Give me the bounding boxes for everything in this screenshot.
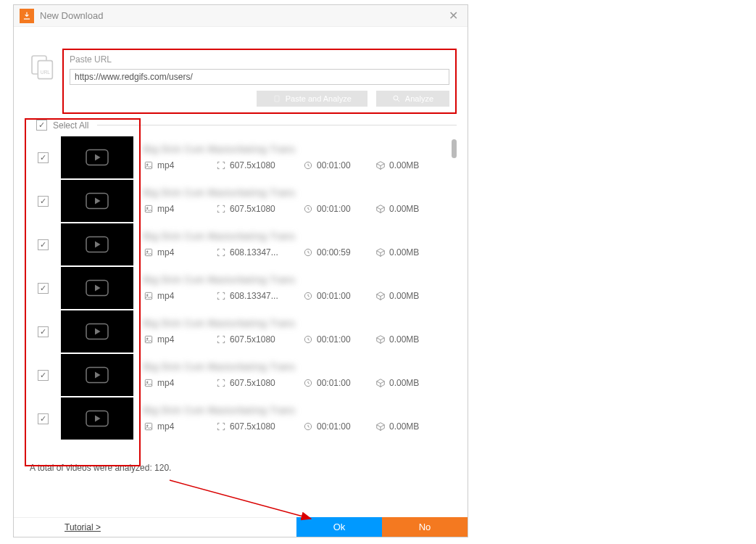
select-all-label: Select All [53, 120, 88, 131]
url-input[interactable] [70, 69, 449, 85]
format-label: mp4 [144, 247, 202, 257]
item-checkbox[interactable] [38, 196, 49, 207]
svg-line-42 [170, 480, 311, 519]
svg-rect-28 [145, 336, 151, 342]
svg-point-39 [146, 425, 148, 426]
window-title: New Download [40, 10, 444, 21]
video-thumbnail[interactable] [61, 136, 133, 178]
format-label: mp4 [144, 204, 202, 214]
svg-rect-23 [145, 292, 151, 299]
filesize-label: 0.00MB [375, 204, 433, 214]
filesize-label: 0.00MB [375, 160, 433, 170]
close-icon[interactable]: ✕ [444, 7, 462, 25]
app-download-icon [20, 9, 34, 23]
video-item: Big Dick Cum Masturbating Transmp4607.5x… [25, 397, 449, 440]
item-checkbox[interactable] [38, 370, 49, 381]
svg-point-29 [146, 338, 148, 339]
resolution-label: 608.13347... [216, 247, 288, 257]
item-checkbox[interactable] [38, 413, 49, 424]
resolution-label: 608.13347... [216, 291, 288, 301]
video-item: Big Dick Cum Masturbating Transmp4608.13… [25, 223, 449, 265]
video-title: Big Dick Cum Masturbating Trans [144, 405, 449, 416]
filesize-label: 0.00MB [375, 291, 433, 301]
svg-text:URL: URL [41, 70, 51, 75]
video-thumbnail[interactable] [61, 223, 133, 265]
svg-line-5 [397, 100, 399, 102]
analyze-button[interactable]: Analyze [376, 91, 449, 107]
filesize-label: 0.00MB [375, 378, 433, 388]
duration-label: 00:01:00 [303, 291, 361, 301]
video-title: Big Dick Cum Masturbating Trans [144, 231, 449, 242]
video-thumbnail[interactable] [61, 310, 133, 353]
video-title: Big Dick Cum Masturbating Trans [144, 362, 449, 372]
filesize-label: 0.00MB [375, 334, 433, 345]
item-checkbox[interactable] [38, 283, 49, 294]
video-item: Big Dick Cum Masturbating Transmp4607.5x… [25, 354, 449, 396]
video-thumbnail[interactable] [61, 354, 133, 396]
paste-url-icon: URL [25, 49, 61, 85]
resolution-label: 607.5x1080 [216, 334, 288, 345]
duration-label: 00:01:00 [303, 160, 361, 170]
video-thumbnail[interactable] [61, 397, 133, 440]
clipboard-icon [273, 94, 281, 103]
svg-marker-22 [95, 285, 101, 292]
resolution-label: 607.5x1080 [216, 378, 288, 388]
video-title: Big Dick Cum Masturbating Trans [144, 188, 449, 198]
svg-rect-33 [145, 379, 151, 386]
resolution-label: 607.5x1080 [216, 160, 288, 170]
video-item: Big Dick Cum Masturbating Transmp4608.13… [25, 267, 449, 309]
item-checkbox[interactable] [38, 239, 49, 250]
new-download-dialog: New Download ✕ URL Paste URL Paste and A… [13, 4, 468, 537]
item-checkbox[interactable] [38, 326, 49, 337]
filesize-label: 0.00MB [375, 247, 433, 257]
footer: Tutorial > Ok No [14, 517, 468, 537]
svg-marker-7 [95, 154, 101, 161]
duration-label: 00:01:00 [303, 334, 361, 345]
video-title: Big Dick Cum Masturbating Trans [144, 275, 449, 285]
format-label: mp4 [144, 378, 202, 388]
format-label: mp4 [144, 291, 202, 301]
svg-rect-8 [145, 162, 151, 168]
svg-rect-18 [145, 249, 151, 255]
select-all-checkbox[interactable] [36, 120, 47, 131]
video-item: Big Dick Cum Masturbating Transmp4607.5x… [25, 310, 449, 353]
resolution-label: 607.5x1080 [216, 204, 288, 214]
svg-marker-27 [95, 329, 101, 335]
url-legend: Paste URL [70, 54, 449, 65]
search-icon [392, 94, 401, 103]
paste-analyze-button[interactable]: Paste and Analyze [257, 91, 367, 107]
duration-label: 00:01:00 [303, 378, 361, 388]
svg-point-4 [394, 96, 398, 100]
scrollbar-thumb[interactable] [452, 139, 457, 158]
svg-marker-37 [95, 416, 101, 422]
no-button[interactable]: No [382, 517, 468, 537]
format-label: mp4 [144, 334, 202, 345]
titlebar: New Download ✕ [14, 5, 468, 27]
format-label: mp4 [144, 160, 202, 170]
svg-point-24 [146, 294, 148, 296]
svg-point-14 [146, 207, 148, 209]
svg-point-34 [146, 382, 148, 383]
duration-label: 00:01:00 [303, 421, 361, 432]
total-analyzed-text: A total of videos were analyzed: 120. [30, 463, 468, 473]
svg-rect-3 [275, 96, 279, 102]
video-title: Big Dick Cum Masturbating Trans [144, 318, 449, 329]
url-fieldset: Paste URL Paste and Analyze Analyze [62, 49, 457, 114]
video-item: Big Dick Cum Masturbating Transmp4607.5x… [25, 136, 449, 178]
video-thumbnail[interactable] [61, 267, 133, 309]
svg-marker-17 [95, 242, 101, 248]
duration-label: 00:00:59 [303, 247, 361, 257]
video-item: Big Dick Cum Masturbating Transmp4607.5x… [25, 180, 449, 222]
video-thumbnail[interactable] [61, 180, 133, 222]
svg-marker-12 [95, 198, 101, 205]
format-label: mp4 [144, 421, 202, 432]
tutorial-link[interactable]: Tutorial > [14, 517, 275, 537]
filesize-label: 0.00MB [375, 421, 433, 432]
ok-button[interactable]: Ok [296, 517, 382, 537]
item-checkbox[interactable] [38, 152, 49, 163]
svg-rect-38 [145, 423, 151, 429]
svg-rect-13 [145, 205, 151, 212]
svg-marker-32 [95, 372, 101, 379]
video-title: Big Dick Cum Masturbating Trans [144, 144, 449, 154]
resolution-label: 607.5x1080 [216, 421, 288, 432]
